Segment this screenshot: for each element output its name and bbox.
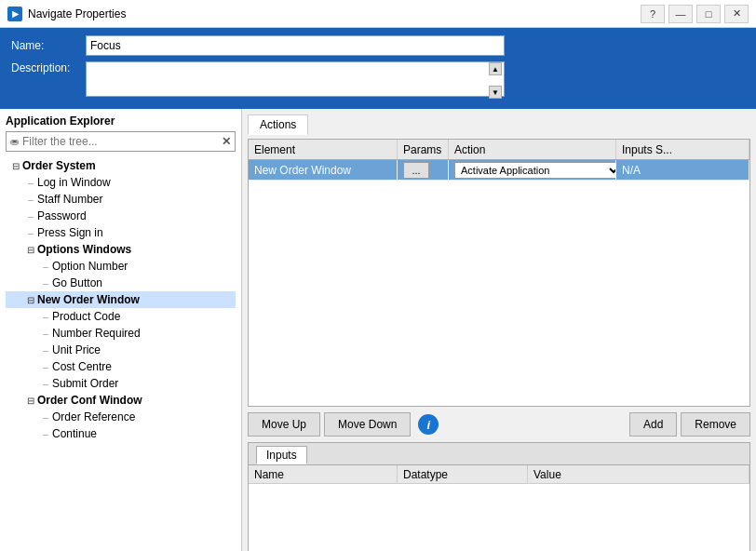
tree-item[interactable]: ⊟Order Conf Window bbox=[6, 392, 236, 409]
tree-label: Go Button bbox=[52, 276, 102, 289]
tree-label: Option Number bbox=[52, 260, 128, 273]
scroll-up-arrow[interactable]: ▲ bbox=[489, 62, 502, 75]
tree-label: Submit Order bbox=[52, 377, 118, 390]
tree-label: Order Conf Window bbox=[37, 394, 142, 407]
tree-expander-icon: ⊟ bbox=[24, 396, 37, 406]
window-controls: ? — □ ✕ bbox=[641, 5, 749, 23]
tree-expander-icon: – bbox=[39, 362, 52, 372]
tree-item[interactable]: –Product Code bbox=[6, 308, 236, 325]
tree-item[interactable]: –Press Sign in bbox=[6, 224, 236, 241]
window-title: Navigate Properties bbox=[28, 7, 641, 20]
tree-label: Number Required bbox=[52, 327, 141, 340]
tree-expander-icon: – bbox=[24, 178, 37, 188]
tree-item[interactable]: ⊟New Order Window bbox=[6, 291, 236, 308]
tree-label: Press Sign in bbox=[37, 226, 103, 239]
tree-item[interactable]: –Option Number bbox=[6, 258, 236, 275]
tree-item[interactable]: ⊟Order System bbox=[6, 157, 236, 174]
col-header-inputs: Inputs S... bbox=[616, 140, 749, 159]
tree-item[interactable]: –Submit Order bbox=[6, 375, 236, 392]
app-icon: ▶ bbox=[7, 7, 22, 21]
tree-expander-icon: – bbox=[39, 429, 52, 439]
cell-inputs: N/A bbox=[616, 160, 749, 180]
help-button[interactable]: ? bbox=[641, 5, 665, 23]
add-button[interactable]: Add bbox=[629, 412, 677, 437]
tree-item[interactable]: –Log in Window bbox=[6, 174, 236, 191]
cell-action: Activate Application bbox=[449, 160, 616, 180]
tree-item[interactable]: –Go Button bbox=[6, 275, 236, 291]
tree-expander-icon: ⊟ bbox=[24, 245, 37, 255]
inputs-col-name: Name bbox=[249, 465, 398, 483]
tree-item[interactable]: –Unit Price bbox=[6, 342, 236, 358]
tree-label: Staff Number bbox=[37, 193, 102, 206]
filter-input[interactable] bbox=[22, 135, 218, 148]
inputs-table-header: Name Datatype Value bbox=[249, 465, 749, 484]
tree-item[interactable]: ⊟Options Windows bbox=[6, 241, 236, 258]
description-label: Description: bbox=[11, 61, 86, 74]
description-wrap: ▲ ▼ bbox=[86, 61, 505, 100]
col-header-params: Params bbox=[398, 140, 449, 159]
params-button[interactable]: ... bbox=[403, 162, 429, 179]
col-header-element: Element bbox=[249, 140, 398, 159]
info-icon: i bbox=[418, 414, 439, 435]
header-area: Name: Description: ▲ ▼ bbox=[0, 28, 756, 109]
application-tree: ⊟Order System–Log in Window–Staff Number… bbox=[6, 157, 236, 551]
tree-item[interactable]: –Staff Number bbox=[6, 191, 236, 208]
inputs-col-datatype: Datatype bbox=[398, 465, 528, 483]
filter-row: ⛂ ✕ bbox=[6, 131, 236, 152]
name-label: Name: bbox=[11, 39, 86, 52]
close-button[interactable]: ✕ bbox=[724, 5, 749, 23]
tree-item[interactable]: –Cost Centre bbox=[6, 358, 236, 375]
tree-expander-icon: – bbox=[39, 262, 52, 272]
tree-label: Order Reference bbox=[52, 410, 135, 423]
tree-expander-icon: – bbox=[39, 412, 52, 423]
tree-expander-icon: – bbox=[39, 329, 52, 339]
actions-table-container: Element Params Action Inputs S... New Or… bbox=[248, 139, 750, 407]
tree-expander-icon: ⊟ bbox=[9, 161, 22, 171]
scroll-down-arrow[interactable]: ▼ bbox=[489, 86, 502, 99]
action-buttons-row: Move Up Move Down i Add Remove bbox=[248, 412, 750, 437]
tab-actions[interactable]: Actions bbox=[248, 114, 308, 135]
tree-item[interactable]: –Number Required bbox=[6, 325, 236, 342]
tree-label: Log in Window bbox=[37, 176, 111, 189]
description-row: Description: ▲ ▼ bbox=[11, 61, 745, 100]
tree-label: Password bbox=[37, 209, 87, 222]
minimize-button[interactable]: — bbox=[668, 5, 693, 23]
main-content: Application Explorer ⛂ ✕ ⊟Order System–L… bbox=[0, 109, 756, 551]
table-row[interactable]: New Order Window ... Activate Applicatio… bbox=[249, 160, 749, 181]
name-row: Name: bbox=[11, 35, 745, 56]
tree-item[interactable]: –Continue bbox=[6, 425, 236, 442]
table-body: New Order Window ... Activate Applicatio… bbox=[249, 160, 749, 406]
filter-clear-button[interactable]: ✕ bbox=[218, 135, 235, 148]
tree-label: Continue bbox=[52, 427, 97, 440]
maximize-button[interactable]: □ bbox=[696, 5, 721, 23]
tree-expander-icon: – bbox=[39, 278, 52, 289]
tree-label: Unit Price bbox=[52, 343, 101, 356]
col-header-action: Action bbox=[449, 140, 616, 159]
tree-expander-icon: – bbox=[24, 211, 37, 222]
table-header: Element Params Action Inputs S... bbox=[249, 140, 749, 160]
move-up-button[interactable]: Move Up bbox=[248, 412, 320, 437]
tree-label: New Order Window bbox=[37, 293, 140, 306]
tree-item[interactable]: –Order Reference bbox=[6, 409, 236, 425]
tree-expander-icon: – bbox=[24, 195, 37, 205]
scrollbar-buttons: ▲ ▼ bbox=[489, 62, 504, 99]
left-panel: Application Explorer ⛂ ✕ ⊟Order System–L… bbox=[0, 109, 242, 551]
inputs-tab-bar: Inputs bbox=[249, 443, 749, 465]
inputs-col-value: Value bbox=[528, 465, 749, 483]
tree-label: Product Code bbox=[52, 310, 120, 323]
tree-expander-icon: – bbox=[24, 228, 37, 238]
move-down-button[interactable]: Move Down bbox=[324, 412, 411, 437]
action-select[interactable]: Activate Application bbox=[454, 162, 616, 179]
title-bar: ▶ Navigate Properties ? — □ ✕ bbox=[0, 0, 756, 28]
cell-element: New Order Window bbox=[249, 160, 398, 180]
remove-button[interactable]: Remove bbox=[681, 412, 750, 437]
tree-expander-icon: – bbox=[39, 345, 52, 356]
tab-bar: Actions bbox=[248, 114, 750, 135]
tree-label: Options Windows bbox=[37, 243, 131, 256]
tree-label: Order System bbox=[22, 159, 96, 172]
tab-inputs[interactable]: Inputs bbox=[256, 446, 307, 464]
tree-item[interactable]: –Password bbox=[6, 208, 236, 224]
filter-icon: ⛂ bbox=[7, 136, 22, 148]
description-textarea[interactable] bbox=[86, 61, 505, 97]
name-input[interactable] bbox=[86, 35, 505, 56]
